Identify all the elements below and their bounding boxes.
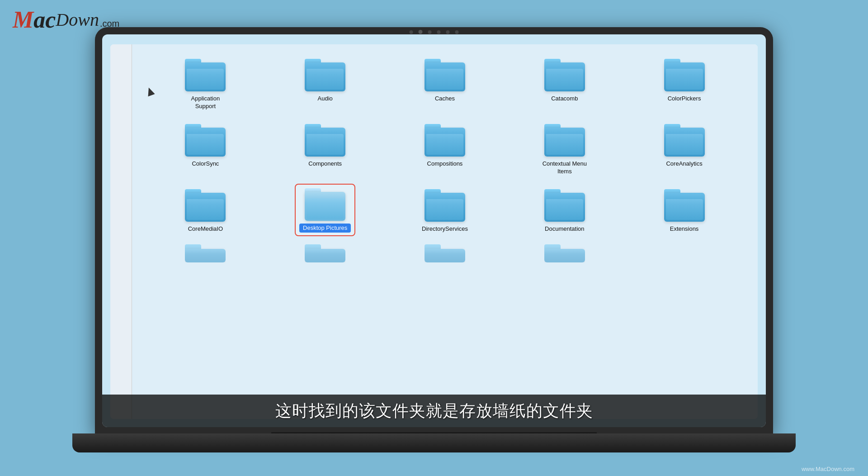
logo-down: Down [56,11,99,29]
folder-body [544,249,585,262]
folder-inner [546,69,583,90]
folder-label-desktop-pictures: Desktop Pictures [299,224,351,233]
desktop-pictures-highlight: Desktop Pictures [295,184,355,237]
logo-com: .com [100,19,119,29]
finder-window: ApplicationSupport Audio [110,44,758,419]
folder-body [185,193,226,222]
folder-icon-partial-1 [185,244,226,262]
macdown-logo: M ac Down .com [13,8,119,32]
folder-icon-desktop-pictures [305,188,345,221]
folder-icon-extensions [664,189,705,222]
folder-body [305,62,345,91]
folder-tab [305,244,321,249]
folder-application-support[interactable]: ApplicationSupport [146,53,265,114]
folder-inner [426,134,463,155]
logo-ac: ac [33,8,56,32]
laptop-frame: ApplicationSupport Audio [95,27,773,434]
folder-inner [307,134,344,155]
folder-desktop-pictures[interactable]: Desktop Pictures [265,184,385,237]
folder-partial-3 [385,244,505,266]
folder-inner [546,199,583,220]
laptop-screen: ApplicationSupport Audio [102,34,766,427]
folder-body [664,193,705,222]
folder-inner [307,69,344,90]
folder-inner [666,199,703,220]
folder-body [305,192,345,221]
folder-inner [426,199,463,220]
folder-tab [425,244,441,249]
folder-icon-partial-4 [544,244,585,262]
folder-inner [666,69,703,90]
folder-body [425,128,465,157]
logo-m: M [13,8,33,32]
folder-label-color-pickers: ColorPickers [668,95,701,103]
folder-core-analytics[interactable]: CoreAnalytics [624,119,744,179]
folder-label-caches: Caches [435,95,455,103]
camera-dot-2 [428,30,432,34]
folder-color-pickers[interactable]: ColorPickers [624,53,744,114]
folder-caches[interactable]: Caches [385,53,505,114]
folder-tab [544,244,561,249]
folder-label-components: Components [308,160,342,168]
folder-grid-row1: ApplicationSupport Audio [146,53,744,114]
folder-icon-directory-services [425,189,465,222]
camera-bar [410,30,459,34]
camera-dot-4 [446,30,450,34]
folder-grid-row3: CoreMediaIO Desktop Pictures [146,184,744,237]
folder-icon-partial-3 [425,244,465,262]
folder-tab [185,244,201,249]
folder-partial-2 [265,244,385,266]
folder-core-media-io[interactable]: CoreMediaIO [146,184,265,237]
camera-dot-3 [437,30,441,34]
folder-audio[interactable]: Audio [265,53,385,114]
folder-directory-services[interactable]: DirectoryServices [385,184,505,237]
folder-icon-documentation [544,189,585,222]
folder-icon-compositions [425,124,465,157]
folder-body [425,249,465,262]
folder-icon-core-media-io [185,189,226,222]
folder-inner [187,134,224,155]
folder-icon-application-support [185,59,226,91]
folder-label-audio: Audio [318,95,333,103]
watermark: www.MacDown.com [802,466,854,472]
folder-inner [187,199,224,220]
folder-body [664,62,705,91]
folder-body [185,62,226,91]
folder-icon-components [305,124,345,157]
folder-extensions[interactable]: Extensions [624,184,744,237]
folder-label-directory-services: DirectoryServices [422,225,468,233]
folder-documentation[interactable]: Documentation [505,184,624,237]
folder-contextual-menu-items[interactable]: Contextual MenuItems [505,119,624,179]
folder-label-color-sync: ColorSync [192,160,219,168]
folder-inner [307,198,344,219]
folder-compositions[interactable]: Compositions [385,119,505,179]
folder-icon-catacomb [544,59,585,91]
folder-body [544,62,585,91]
folder-label-extensions: Extensions [670,225,699,233]
folder-body [305,249,345,262]
folder-components[interactable]: Components [265,119,385,179]
folder-icon-contextual-menu-items [544,124,585,157]
subtitle-text: 这时找到的该文件夹就是存放墙纸的文件夹 [275,400,593,422]
folder-label-catacomb: Catacomb [551,95,578,103]
folder-grid-row2: ColorSync Components [146,119,744,179]
folder-inner [546,134,583,155]
folder-label-core-media-io: CoreMediaIO [188,225,223,233]
folder-body [544,193,585,222]
folder-body [185,128,226,157]
camera-lens [419,30,423,34]
folder-body [544,128,585,157]
folder-label-core-analytics: CoreAnalytics [666,160,702,168]
folder-icon-caches [425,59,465,91]
folder-color-sync[interactable]: ColorSync [146,119,265,179]
folder-body [664,128,705,157]
folder-body [425,193,465,222]
folder-label-contextual-menu-items: Contextual MenuItems [542,160,587,176]
folder-icon-partial-2 [305,244,345,262]
folder-catacomb[interactable]: Catacomb [505,53,624,114]
folder-inner [426,69,463,90]
camera-dot-5 [455,30,459,34]
folder-grid-row4-partial [146,244,744,266]
folder-inner [666,134,703,155]
folder-icon-color-pickers [664,59,705,91]
